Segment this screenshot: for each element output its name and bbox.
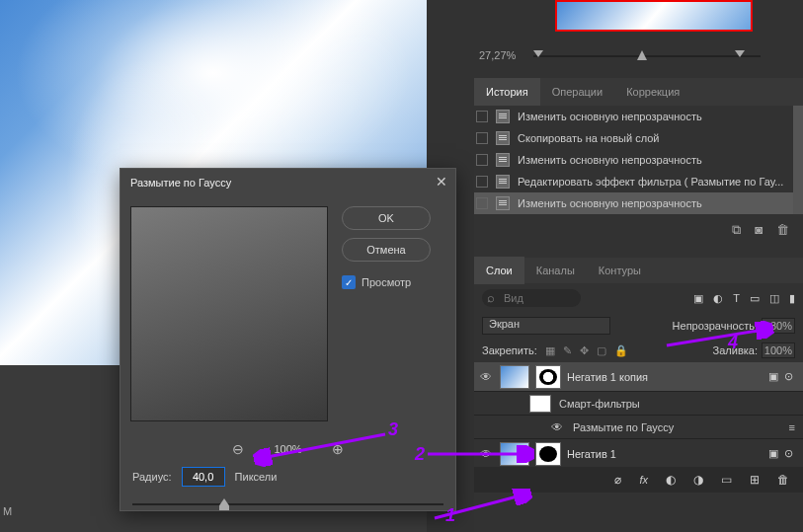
- lock-transparency-icon[interactable]: ▦: [545, 344, 555, 357]
- filter-settings-icon[interactable]: ≡: [789, 421, 803, 433]
- navigator-zoom[interactable]: 27,27%: [479, 49, 516, 61]
- document-icon: [496, 110, 510, 123]
- document-icon: [496, 153, 510, 167]
- filter-smart-icon[interactable]: ◫: [769, 292, 779, 305]
- dialog-title: Размытие по Гауссу: [120, 169, 455, 196]
- radius-label: Радиус:: [132, 471, 172, 483]
- lock-move-icon[interactable]: ✥: [580, 344, 589, 357]
- smart-object-icon: ▣: [768, 447, 778, 460]
- filter-adjust-icon[interactable]: ◐: [713, 292, 723, 305]
- annotation-2: 2: [415, 444, 425, 465]
- tab-actions[interactable]: Операции: [540, 78, 614, 106]
- tab-layers[interactable]: Слои: [474, 257, 524, 284]
- filter-type-icon[interactable]: T: [733, 292, 740, 305]
- history-item[interactable]: Изменить основную непрозрачность: [474, 106, 803, 127]
- trash-icon[interactable]: 🗑: [777, 473, 789, 487]
- filter-image-icon[interactable]: ▣: [693, 292, 703, 305]
- tab-adjustments[interactable]: Коррекция: [614, 78, 691, 106]
- visibility-icon[interactable]: 👁: [478, 370, 494, 384]
- history-item[interactable]: Изменить основную непрозрачность: [474, 149, 803, 171]
- filter-shape-icon[interactable]: ▭: [750, 292, 760, 305]
- radius-input[interactable]: [182, 467, 225, 487]
- group-icon[interactable]: ▭: [721, 473, 732, 487]
- history-item[interactable]: Редактировать эффект фильтра ( Размытие …: [474, 171, 803, 192]
- mask-icon[interactable]: ◐: [666, 473, 676, 487]
- filter-preview[interactable]: [130, 206, 328, 421]
- history-item[interactable]: Скопировать на новый слой: [474, 127, 803, 149]
- new-layer-icon[interactable]: ⊞: [750, 473, 760, 487]
- filter-fx-icon[interactable]: ⊙: [784, 447, 793, 460]
- blend-mode-select[interactable]: Экран: [482, 317, 610, 335]
- close-icon[interactable]: ✕: [436, 174, 447, 190]
- tab-history[interactable]: История: [474, 78, 540, 106]
- scrollbar[interactable]: [793, 106, 803, 214]
- lock-artboard-icon[interactable]: ▢: [597, 344, 606, 357]
- history-item[interactable]: Изменить основную непрозрачность: [474, 192, 803, 214]
- layer-mask[interactable]: [535, 365, 561, 389]
- smart-filters-row[interactable]: Смарт-фильтры: [474, 392, 803, 416]
- annotation-3: 3: [388, 419, 398, 440]
- layer-search[interactable]: [482, 289, 581, 307]
- zoom-out-icon[interactable]: ⊖: [232, 441, 244, 457]
- tab-paths[interactable]: Контуры: [587, 257, 653, 284]
- radius-slider[interactable]: [132, 496, 443, 512]
- document-icon: [496, 131, 510, 145]
- preview-label: Просмотр: [361, 276, 411, 288]
- lock-brush-icon[interactable]: ✎: [563, 344, 572, 357]
- trash-icon[interactable]: 🗑: [776, 222, 789, 238]
- filter-toggle-icon[interactable]: ▮: [789, 292, 795, 305]
- ruler-label: M: [3, 505, 12, 517]
- preview-checkbox[interactable]: ✓: [342, 275, 356, 289]
- visibility-icon[interactable]: 👁: [549, 420, 565, 434]
- annotation-1: 1: [445, 505, 455, 526]
- layer-row[interactable]: 👁 Негатив 1 копия ▣⊙: [474, 362, 803, 392]
- navigator-slider[interactable]: [533, 49, 761, 63]
- layer-thumb[interactable]: [500, 365, 529, 389]
- camera-icon[interactable]: ◙: [755, 222, 763, 238]
- document-icon: [496, 175, 510, 189]
- lock-label: Закрепить:: [482, 344, 537, 356]
- smart-object-icon: ▣: [768, 370, 778, 383]
- cancel-button[interactable]: Отмена: [342, 238, 431, 262]
- fx-icon[interactable]: fx: [639, 473, 648, 487]
- adjustment-icon[interactable]: ◑: [693, 473, 703, 487]
- ok-button[interactable]: OK: [342, 206, 431, 230]
- radius-unit: Пиксели: [235, 471, 278, 483]
- navigator-thumb[interactable]: [555, 0, 753, 32]
- tab-channels[interactable]: Каналы: [524, 257, 587, 284]
- filter-fx-icon[interactable]: ⊙: [784, 370, 793, 383]
- lock-all-icon[interactable]: 🔒: [614, 344, 628, 357]
- document-icon: [496, 196, 510, 210]
- filter-row[interactable]: 👁 Размытие по Гауссу ≡: [474, 416, 803, 439]
- new-doc-icon[interactable]: ⧉: [732, 222, 741, 238]
- filter-mask-thumb[interactable]: [529, 395, 551, 413]
- link-icon[interactable]: ⌀: [614, 473, 621, 487]
- annotation-4: 4: [728, 333, 738, 353]
